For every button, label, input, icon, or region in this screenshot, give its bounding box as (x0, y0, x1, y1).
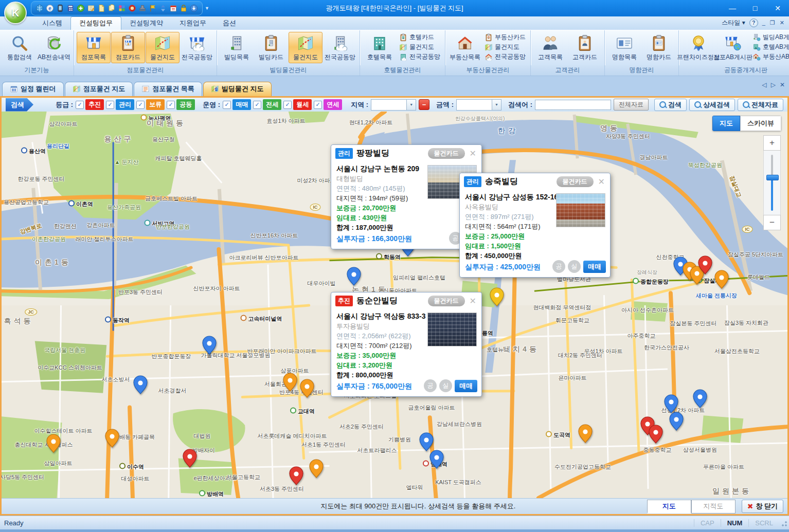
doc-tab[interactable]: 빌딩물건 지도 (203, 82, 272, 96)
map-pin[interactable] (309, 458, 324, 481)
ribbon-button[interactable]: 물건지도 (483, 43, 527, 51)
ribbon-button[interactable]: 빌딩목록 (220, 32, 254, 63)
ribbon-button[interactable]: 프랜차이즈정보 (682, 32, 715, 63)
style-menu[interactable]: 스타일 ▾ (722, 19, 745, 27)
stamp-icon[interactable] (138, 4, 147, 12)
chevron-down-icon[interactable]: ▼ (492, 100, 501, 110)
ribbon-button[interactable]: 전국공동망 (483, 52, 527, 61)
popup-close-icon[interactable]: ✕ (469, 149, 477, 158)
app-logo[interactable]: K (4, 2, 27, 24)
map-pin[interactable] (202, 335, 217, 357)
popup-close-icon[interactable]: ✕ (597, 177, 606, 187)
map-pin[interactable] (692, 389, 708, 411)
zoom-in-button[interactable]: + (763, 135, 781, 151)
ribbon-button[interactable]: 명함카드 (642, 32, 676, 63)
keyword-input[interactable] (535, 100, 611, 110)
filter-checkbox[interactable]: ✓ (76, 101, 84, 109)
download-icon[interactable] (190, 4, 198, 12)
menu-tab[interactable]: 지원업무 (171, 17, 214, 30)
ribbon-button[interactable]: 호텔AB게시판 (751, 43, 789, 51)
doc-tab[interactable]: 일정 캘린더 (2, 82, 64, 96)
documents-icon[interactable] (107, 4, 116, 12)
browser-icon[interactable]: e (46, 4, 54, 12)
ribbon-button[interactable]: 고객카드 (568, 32, 602, 63)
map-pin[interactable] (289, 466, 304, 488)
ribbon-button[interactable]: 호텔카드 (398, 33, 441, 42)
trade-type-button[interactable]: 매매 (583, 261, 606, 273)
resize-grip[interactable] (780, 521, 787, 528)
calculator-icon[interactable] (66, 4, 75, 12)
map-pin[interactable] (346, 266, 362, 288)
filter-checkbox[interactable]: ✓ (283, 101, 292, 109)
globe-icon[interactable] (35, 4, 44, 12)
app-grid-icon[interactable] (118, 4, 126, 12)
all-data-small-button[interactable]: 전체자료 (614, 99, 649, 111)
minimize-button[interactable]: — (721, 1, 744, 16)
map-canvas[interactable]: 삼각아파트녹사평역용산구용산구청용리단길▲ 둔지산용산역한강로동 주민센터캐피탈… (2, 112, 787, 498)
maximize-button[interactable]: □ (744, 1, 766, 16)
search-pennant[interactable]: 검색 (6, 98, 33, 112)
popup-close-icon[interactable]: ✕ (469, 296, 477, 306)
tab-scroll-right-icon[interactable]: ▷ (771, 81, 776, 88)
ribbon-button[interactable]: 호텔목록 (363, 32, 397, 63)
ribbon-button[interactable]: 전국공동망 (398, 52, 441, 61)
property-card-button[interactable]: 물건카드 (557, 176, 594, 187)
document-icon[interactable] (97, 4, 105, 12)
map-pin[interactable] (578, 424, 593, 446)
ribbon-button[interactable]: 전국공동망 (180, 32, 214, 63)
map-pin[interactable] (714, 269, 729, 291)
menu-tab[interactable]: 컨설팅업무 (70, 16, 121, 30)
trade-type-button[interactable]: 매매 (455, 380, 477, 392)
map-pin[interactable] (182, 448, 198, 470)
seal-icon[interactable] (128, 4, 136, 12)
map-pin[interactable] (429, 449, 444, 471)
flag-icon[interactable] (149, 4, 157, 12)
map-pin[interactable] (133, 375, 148, 397)
status-pill[interactable]: 실 (568, 260, 581, 273)
ribbon-button[interactable]: 물건지도 (146, 32, 180, 63)
map-pin[interactable] (299, 378, 315, 400)
ribbon-button[interactable]: 부동산카드 (483, 33, 527, 42)
search-button[interactable]: 검색 (654, 99, 687, 111)
phone-icon[interactable] (56, 4, 64, 12)
ribbon-button[interactable]: 점포목록 (77, 32, 111, 63)
filter-checkbox[interactable]: ✓ (253, 101, 261, 109)
filter-checkbox[interactable]: ✓ (167, 101, 175, 109)
status-pill[interactable]: 공 (552, 260, 565, 273)
zoom-out-button[interactable]: − (763, 215, 781, 230)
ribbon-button[interactable]: AB전송내역 (37, 32, 71, 63)
tab-close-icon[interactable]: ✕ (780, 81, 785, 88)
ribbon-button[interactable]: 고객목록 (533, 32, 567, 63)
chevron-down-icon[interactable]: ▼ (406, 100, 416, 110)
tab-scroll-left-icon[interactable]: ◁ (762, 81, 766, 88)
property-card-button[interactable]: 물건카드 (428, 148, 465, 159)
map-pin[interactable] (46, 433, 61, 455)
quick-toolbar-more-icon[interactable]: ▼ (205, 6, 209, 11)
ribbon-button[interactable]: 명함목록 (607, 32, 641, 63)
status-pill[interactable]: 공 (424, 379, 437, 392)
region-select[interactable]: ▼ (371, 99, 416, 111)
map-type-skyview-button[interactable]: 스카이뷰 (740, 116, 781, 131)
map-type-map-button[interactable]: 지도 (712, 116, 740, 131)
detail-search-button[interactable]: 상세검색 (689, 99, 735, 111)
ribbon-button[interactable]: 빌딩카드 (254, 32, 288, 63)
close-button[interactable]: ✕ (766, 1, 789, 16)
menu-tab[interactable]: 컨설팅계약 (121, 17, 171, 30)
add-icon[interactable] (77, 4, 85, 12)
menu-tab[interactable]: 옵션 (214, 17, 244, 30)
ribbon-button[interactable]: 물건지도 (398, 43, 441, 51)
property-card-button[interactable]: 물건카드 (428, 296, 465, 306)
ribbon-button[interactable]: 통합검색 (3, 32, 37, 63)
remove-region-button[interactable]: − (419, 99, 429, 110)
map-pin[interactable] (697, 255, 713, 277)
ribbon-button[interactable]: 빌딩AB게시판 (751, 33, 789, 42)
schedule-icon[interactable] (169, 4, 177, 12)
map-pin[interactable] (489, 287, 505, 309)
ribbon-button[interactable]: 부동산AB게시판 (751, 52, 789, 61)
amount-select[interactable]: ▼ (456, 99, 501, 111)
ribbon-button[interactable]: 물건지도 (289, 32, 322, 63)
lock-icon[interactable] (180, 4, 188, 12)
ribbon-button[interactable]: 전국공동망 (323, 32, 357, 63)
filter-checkbox[interactable]: ✓ (136, 101, 145, 109)
help-icon[interactable]: ? (749, 19, 758, 27)
